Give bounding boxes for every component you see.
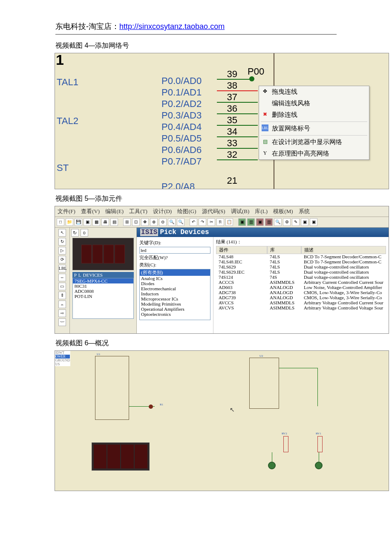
- result-row[interactable]: ACCCSASIMMDLSArbitrary Current Controlle…: [216, 280, 386, 285]
- wire[interactable]: [319, 452, 319, 462]
- menu-edit[interactable]: 编辑(E): [105, 208, 124, 214]
- menu-draw[interactable]: 绘图(G): [177, 208, 196, 214]
- tool-icon[interactable]: ▤: [110, 218, 118, 226]
- tool-icon[interactable]: ▣: [256, 218, 264, 226]
- tool-icon[interactable]: ▣: [310, 218, 317, 226]
- tool-center-icon[interactable]: ✥: [141, 218, 149, 226]
- header-link[interactable]: http://sinxcosytanz.taobao.com: [119, 22, 225, 31]
- result-row[interactable]: AVCVSASIMMDLSArbitrary Voltage Controlle…: [216, 305, 386, 310]
- result-row[interactable]: 74S12474SDual voltage-controlled oscilla…: [216, 275, 386, 280]
- result-row[interactable]: AD603ANALOGDLow Noise, Voltage-Controlle…: [216, 285, 386, 290]
- menu-lib[interactable]: 库(L): [255, 208, 268, 214]
- tool-icon[interactable]: 〰: [58, 318, 66, 326]
- menu-design[interactable]: 设计(D): [153, 208, 172, 214]
- led-icon[interactable]: [149, 405, 153, 409]
- result-row[interactable]: ADG739ANALOGDCMOS, Low-Voltage, 3-Wire S…: [216, 295, 386, 300]
- angle-field[interactable]: 0: [81, 229, 88, 237]
- category-list[interactable]: (所有类别) Analog ICs Diodes Electromechanic…: [139, 269, 210, 320]
- menu-highlight-net[interactable]: Y在原理图中高亮网络: [259, 148, 369, 159]
- menu-delete-wire[interactable]: ✖删除连线: [259, 109, 369, 121]
- tool-icon[interactable]: ▣: [238, 218, 246, 226]
- tool-icon[interactable]: ⊡: [132, 218, 140, 226]
- tool-print-icon[interactable]: 🖶: [101, 218, 109, 226]
- tool-icon[interactable]: ⇨: [58, 309, 66, 317]
- wire-p00[interactable]: [217, 79, 251, 80]
- result-row[interactable]: AVCCSASIMMDLSArbitrary Voltage Controlle…: [216, 300, 386, 305]
- wire[interactable]: [272, 452, 272, 462]
- tool-icon[interactable]: ✎: [292, 218, 300, 226]
- col-lib[interactable]: 库: [267, 246, 301, 254]
- result-row[interactable]: 74LS629.IEC74LSDual voltage-controlled o…: [216, 269, 386, 275]
- col-desc[interactable]: 描述: [301, 246, 386, 254]
- ic-u1[interactable]: [95, 356, 129, 420]
- device-item[interactable]: POT-LIN: [73, 294, 133, 299]
- cat-item[interactable]: Optoelectronics: [140, 312, 210, 317]
- tool-label-icon[interactable]: LBL: [58, 265, 66, 272]
- tool-icon[interactable]: ▦: [92, 218, 100, 226]
- menu-place-net-label[interactable]: LBL放置网络标号: [259, 123, 369, 134]
- tool-icon[interactable]: ▭: [58, 283, 66, 290]
- wire[interactable]: [279, 368, 317, 368]
- cat-item[interactable]: (所有类别): [140, 269, 210, 276]
- tool-redo-icon[interactable]: ↷: [199, 218, 206, 226]
- tool-zoomall-icon[interactable]: 🔍: [177, 218, 184, 226]
- menu-view[interactable]: 查看(V): [81, 208, 100, 214]
- tool-icon[interactable]: ▥: [265, 218, 273, 226]
- tool-cut-icon[interactable]: ✂: [208, 218, 215, 226]
- tool-paste-icon[interactable]: 📋: [225, 218, 233, 226]
- menu-tools[interactable]: 工具(T): [129, 208, 147, 214]
- tool-zoom-icon[interactable]: 🔍: [168, 218, 176, 226]
- seven-seg-display[interactable]: [92, 442, 150, 471]
- wire-p04[interactable]: [217, 125, 258, 126]
- menu-file[interactable]: 文件(F): [58, 208, 75, 214]
- device-list[interactable]: 7SEG-MPX4-CC 80C31 ADC0808 POT-LIN: [72, 278, 134, 319]
- tool-refresh-icon[interactable]: ↻: [58, 238, 66, 246]
- tool-icon[interactable]: ▣: [301, 218, 308, 226]
- tool-icon[interactable]: ⚙: [283, 218, 291, 226]
- dc-source-icon[interactable]: [315, 462, 323, 469]
- keyword-input[interactable]: [139, 247, 210, 254]
- tool-icon[interactable]: ▣: [84, 218, 91, 226]
- tool-open-icon[interactable]: 📁: [66, 218, 73, 226]
- dc-source-icon[interactable]: [268, 462, 276, 469]
- cat-item[interactable]: Analog ICs: [140, 276, 210, 281]
- tool-component-icon[interactable]: ▷: [58, 247, 66, 254]
- wire-p06[interactable]: [217, 148, 258, 149]
- cat-item[interactable]: Modelling Primitives: [140, 301, 210, 306]
- pot-rv2[interactable]: [283, 436, 288, 452]
- tool-new-icon[interactable]: □: [57, 218, 64, 226]
- tool-zoomout-icon[interactable]: ⊖: [159, 218, 167, 226]
- tool-rotate-icon[interactable]: ↻: [71, 229, 79, 237]
- tool-arrow-icon[interactable]: ↖: [58, 229, 66, 237]
- cat-item[interactable]: Electromechanical: [140, 286, 210, 291]
- menu-debug[interactable]: 调试(B): [231, 208, 249, 214]
- menu-template[interactable]: 模板(M): [273, 208, 293, 214]
- tool-search-icon[interactable]: 🔍: [274, 218, 282, 226]
- wire-p05[interactable]: [217, 136, 258, 137]
- wire-p03[interactable]: [217, 113, 258, 114]
- tool-save-icon[interactable]: 💾: [75, 218, 82, 226]
- wire-p01[interactable]: [217, 90, 258, 91]
- device-item[interactable]: ADC0808: [73, 289, 133, 294]
- device-item[interactable]: 7SEG-MPX4-CC: [73, 278, 133, 283]
- cat-item[interactable]: Diodes: [140, 281, 210, 286]
- tool-icon[interactable]: ▥: [247, 218, 255, 226]
- tool-icon[interactable]: ⟳: [58, 256, 66, 263]
- cat-item[interactable]: Inductors: [140, 291, 210, 296]
- result-row[interactable]: 74LS62974LSDual voltage-controlled oscil…: [216, 264, 386, 269]
- wire[interactable]: [317, 368, 318, 406]
- result-row[interactable]: 74LS48.IEC74LSBCD To 7-Segment Decoder/C…: [216, 259, 386, 264]
- wire-p07[interactable]: [217, 159, 258, 160]
- tool-copy-icon[interactable]: ⎘: [216, 218, 224, 226]
- tool-icon[interactable]: ⇕: [58, 292, 66, 299]
- tool-icon[interactable]: ↔: [58, 274, 66, 281]
- tool-zoomin-icon[interactable]: ⊕: [150, 218, 158, 226]
- results-list[interactable]: 74LS4874LSBCD To 7-Segment Decoder/Commo…: [216, 254, 386, 310]
- col-device[interactable]: 器件: [216, 246, 267, 254]
- device-item[interactable]: 80C31: [73, 283, 133, 289]
- menu-source[interactable]: 源代码(S): [202, 208, 225, 214]
- result-row[interactable]: ADG738ANALOGDCMOS, Low-Voltage, 3-Wire S…: [216, 290, 386, 295]
- tool-grid-icon[interactable]: ⊞: [123, 218, 131, 226]
- tool-icon[interactable]: ⫠: [58, 301, 66, 308]
- tool-undo-icon[interactable]: ↶: [190, 218, 197, 226]
